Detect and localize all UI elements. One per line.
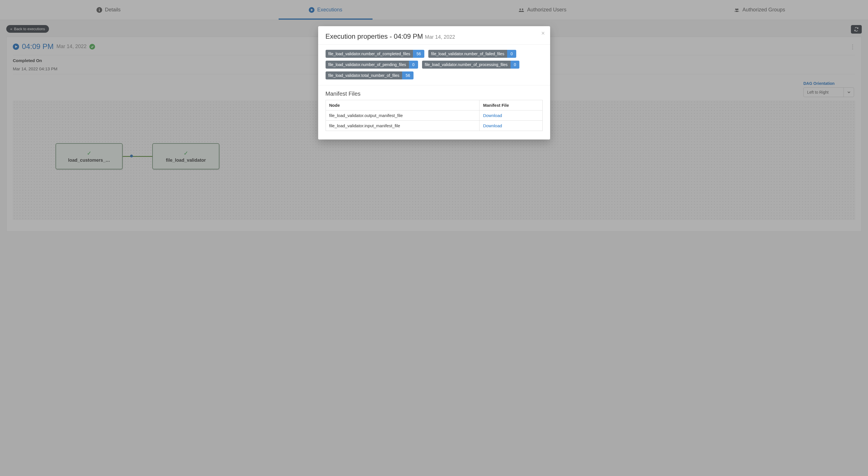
cell-node: file_load_validator.input_manifest_file bbox=[326, 121, 479, 131]
modal-title-date: Mar 14, 2022 bbox=[425, 34, 455, 40]
modal-title-time: 04:09 PM bbox=[394, 32, 423, 40]
pill-key: file_load_validator.number_of_completed_… bbox=[326, 50, 413, 58]
property-pill: file_load_validator.number_of_failed_fil… bbox=[428, 50, 516, 58]
pill-value: 0 bbox=[409, 61, 418, 69]
manifest-table: Node Manifest File file_load_validator.o… bbox=[326, 100, 543, 131]
table-header-row: Node Manifest File bbox=[326, 100, 542, 111]
close-button[interactable]: × bbox=[541, 30, 545, 36]
col-manifest-file: Manifest File bbox=[479, 100, 542, 111]
table-row: file_load_validator.output_manifest_file… bbox=[326, 111, 542, 121]
pill-key: file_load_validator.number_of_failed_fil… bbox=[428, 50, 507, 58]
pill-key: file_load_validator.total_number_of_file… bbox=[326, 71, 402, 80]
property-pills: file_load_validator.number_of_completed_… bbox=[326, 50, 543, 80]
modal-overlay[interactable]: × Execution properties - 04:09 PM Mar 14… bbox=[0, 0, 868, 476]
property-pill: file_load_validator.number_of_pending_fi… bbox=[326, 61, 418, 69]
col-node: Node bbox=[326, 100, 479, 111]
table-row: file_load_validator.input_manifest_file … bbox=[326, 121, 542, 131]
pill-value: 0 bbox=[510, 61, 520, 69]
property-pill: file_load_validator.total_number_of_file… bbox=[326, 71, 413, 80]
pill-value: 0 bbox=[507, 50, 516, 58]
pill-key: file_load_validator.number_of_pending_fi… bbox=[326, 61, 409, 69]
download-link[interactable]: Download bbox=[483, 123, 502, 128]
pill-value: 56 bbox=[413, 50, 424, 58]
divider bbox=[318, 44, 550, 45]
modal-title-prefix: Execution properties - bbox=[326, 32, 394, 40]
download-link[interactable]: Download bbox=[483, 113, 502, 118]
property-pill: file_load_validator.number_of_processing… bbox=[422, 61, 520, 69]
modal-title: Execution properties - 04:09 PM Mar 14, … bbox=[326, 32, 543, 40]
cell-node: file_load_validator.output_manifest_file bbox=[326, 111, 479, 121]
execution-properties-modal: × Execution properties - 04:09 PM Mar 14… bbox=[318, 26, 550, 140]
manifest-heading: Manifest Files bbox=[326, 91, 543, 97]
pill-value: 56 bbox=[402, 71, 413, 80]
pill-key: file_load_validator.number_of_processing… bbox=[422, 61, 510, 69]
property-pill: file_load_validator.number_of_completed_… bbox=[326, 50, 425, 58]
